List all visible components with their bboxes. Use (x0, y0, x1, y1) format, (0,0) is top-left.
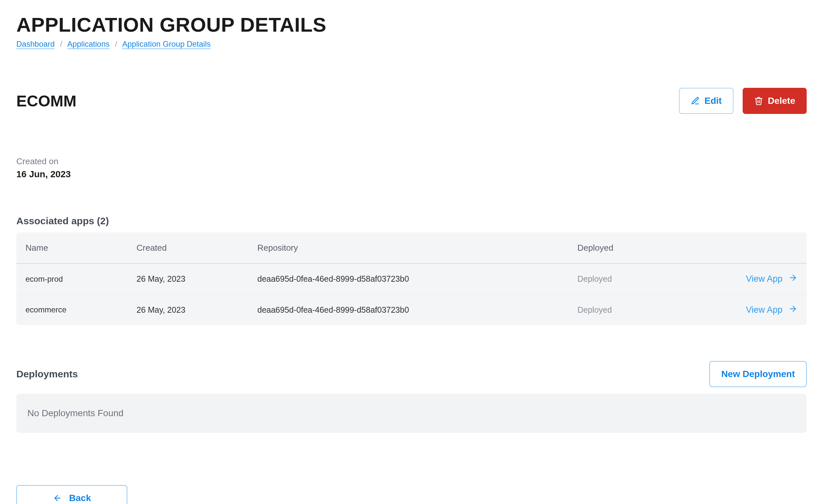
trash-icon (754, 96, 763, 105)
view-app-link[interactable]: View App (746, 304, 798, 316)
arrow-right-icon (788, 273, 798, 285)
breadcrumb-link-dashboard[interactable]: Dashboard (16, 39, 54, 49)
new-deployment-button[interactable]: New Deployment (709, 361, 807, 387)
breadcrumb-separator: / (115, 39, 117, 48)
group-name: ECOMM (16, 92, 76, 110)
col-repository: Repository (257, 243, 578, 253)
associated-apps-table: Name Created Repository Deployed ecom-pr… (16, 232, 807, 325)
edit-button[interactable]: Edit (679, 88, 733, 114)
group-actions: Edit Delete (679, 88, 807, 114)
table-row: ecom-prod 26 May, 2023 deaa695d-0fea-46e… (16, 264, 807, 294)
associated-apps-heading: Associated apps (2) (16, 215, 807, 227)
table-row: ecommerce 26 May, 2023 deaa695d-0fea-46e… (16, 294, 807, 325)
table-header-row: Name Created Repository Deployed (16, 232, 807, 264)
created-on-label: Created on (16, 156, 807, 167)
arrow-left-icon (53, 494, 62, 503)
app-name: ecom-prod (25, 274, 137, 284)
delete-button-label: Delete (768, 96, 795, 106)
page-title: APPLICATION GROUP DETAILS (16, 13, 807, 36)
view-app-label: View App (746, 274, 783, 284)
breadcrumb-link-current[interactable]: Application Group Details (122, 39, 211, 49)
app-repository: deaa695d-0fea-46ed-8999-d58af03723b0 (257, 305, 578, 315)
col-name: Name (25, 243, 137, 253)
edit-icon (691, 96, 700, 105)
breadcrumb-separator: / (60, 39, 62, 48)
app-name: ecommerce (25, 305, 137, 314)
deployments-heading: Deployments (16, 368, 78, 380)
app-deployed: Deployed (578, 274, 731, 284)
back-button[interactable]: Back (16, 485, 127, 504)
view-app-link[interactable]: View App (746, 273, 798, 285)
arrow-right-icon (788, 304, 798, 316)
col-deployed: Deployed (578, 243, 731, 253)
breadcrumb: Dashboard / Applications / Application G… (16, 39, 807, 49)
breadcrumb-link-applications[interactable]: Applications (67, 39, 110, 49)
view-app-label: View App (746, 305, 783, 315)
app-repository: deaa695d-0fea-46ed-8999-d58af03723b0 (257, 274, 578, 284)
app-deployed: Deployed (578, 305, 731, 315)
deployments-panel: No Deployments Found (16, 394, 807, 433)
app-created: 26 May, 2023 (137, 305, 257, 315)
edit-button-label: Edit (704, 96, 722, 106)
app-created: 26 May, 2023 (137, 274, 257, 284)
col-created: Created (137, 243, 257, 253)
delete-button[interactable]: Delete (743, 88, 807, 114)
created-on-value: 16 Jun, 2023 (16, 169, 807, 180)
new-deployment-label: New Deployment (721, 369, 795, 379)
deployments-empty-text: No Deployments Found (27, 408, 124, 419)
back-button-label: Back (69, 493, 91, 503)
